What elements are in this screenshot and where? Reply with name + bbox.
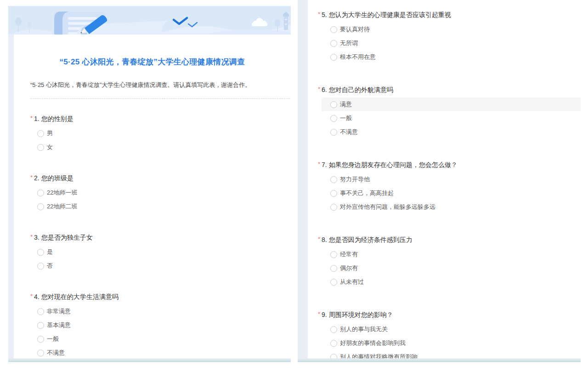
option-row[interactable]: 基本满意 bbox=[34, 318, 291, 332]
question-1: *1. 您的性别是 男 女 bbox=[14, 114, 291, 154]
question-5: *5. 您认为大学生的心理健康是否应该引起重视 要认真对待 无所谓 根本不用在意 bbox=[308, 10, 581, 64]
option-label: 别人的事与我无关 bbox=[340, 325, 388, 334]
radio-icon[interactable] bbox=[330, 279, 337, 286]
option-row[interactable]: 一般 bbox=[34, 332, 291, 346]
question-9: *9. 周围环境对您的影响？ 别人的事与我无关 好朋友的事情会影响到我 别人的事… bbox=[308, 310, 581, 362]
radio-icon[interactable] bbox=[330, 251, 337, 258]
required-asterisk: * bbox=[30, 115, 33, 121]
option-row[interactable]: 男 bbox=[34, 126, 291, 140]
radio-icon[interactable] bbox=[330, 176, 337, 183]
option-row[interactable]: 事不关己，高高挂起 bbox=[322, 186, 581, 200]
option-row[interactable]: 不满意 bbox=[34, 346, 291, 360]
option-row[interactable]: 根本不用在意 bbox=[322, 50, 581, 64]
question-label: *5. 您认为大学生的心理健康是否应该引起重视 bbox=[318, 10, 581, 20]
option-label: 男 bbox=[47, 129, 53, 138]
radio-icon[interactable] bbox=[330, 129, 337, 136]
option-label: 22地师一班 bbox=[47, 189, 77, 197]
radio-icon[interactable] bbox=[330, 265, 337, 272]
option-label: 22地师二班 bbox=[47, 202, 77, 211]
radio-icon[interactable] bbox=[330, 54, 337, 61]
radio-icon[interactable] bbox=[37, 350, 44, 356]
page-background: *5. 您认为大学生的心理健康是否应该引起重视 要认真对待 无所谓 根本不用在意 bbox=[298, 0, 581, 362]
option-row[interactable]: 22地师二班 bbox=[34, 200, 291, 213]
page-background: “5·25 心沐阳光，青春绽放”大学生心理健康情况调查 “5·25 心沐阳光，青… bbox=[8, 34, 291, 362]
option-row[interactable]: 无所谓 bbox=[322, 36, 581, 50]
question-label: *9. 周围环境对您的影响？ bbox=[318, 310, 581, 320]
radio-icon[interactable] bbox=[37, 308, 44, 315]
option-label: 好朋友的事情会影响到我 bbox=[340, 339, 406, 347]
radio-icon[interactable] bbox=[37, 144, 44, 151]
option-row[interactable]: 是 bbox=[34, 245, 291, 259]
radio-icon[interactable] bbox=[330, 190, 337, 197]
option-row[interactable]: 要认真对待 bbox=[322, 23, 581, 36]
option-label: 是 bbox=[47, 248, 53, 256]
question-label: *8. 您是否因为经济条件感到压力 bbox=[318, 235, 581, 245]
option-row[interactable]: 偶尔有 bbox=[322, 261, 581, 275]
required-asterisk: * bbox=[318, 161, 320, 167]
option-row[interactable]: 一般 bbox=[322, 111, 581, 125]
option-label: 不满意 bbox=[47, 349, 65, 357]
radio-icon[interactable] bbox=[330, 40, 337, 47]
radio-icon[interactable] bbox=[330, 326, 337, 333]
option-label: 无所谓 bbox=[340, 39, 358, 47]
survey-screenshot-scrolled: *5. 您认为大学生的心理健康是否应该引起重视 要认真对待 无所谓 根本不用在意 bbox=[298, 0, 581, 362]
radio-icon[interactable] bbox=[330, 115, 337, 122]
option-row[interactable]: 好朋友的事情会影响到我 bbox=[322, 336, 581, 350]
question-label: *2. 您的班级是 bbox=[30, 173, 291, 183]
banner-illustration bbox=[8, 6, 291, 34]
required-asterisk: * bbox=[30, 174, 33, 181]
option-row[interactable]: 女 bbox=[34, 140, 291, 154]
survey-card: “5·25 心沐阳光，青春绽放”大学生心理健康情况调查 “5·25 心沐阳光，青… bbox=[14, 34, 291, 362]
radio-icon[interactable] bbox=[330, 340, 337, 347]
option-label: 女 bbox=[47, 143, 53, 151]
question-3: *3. 您是否为独生子女 是 否 bbox=[14, 233, 291, 273]
radio-icon[interactable] bbox=[37, 190, 44, 196]
option-row[interactable]: 从未有过 bbox=[322, 275, 581, 289]
required-asterisk: * bbox=[318, 86, 320, 92]
option-row[interactable]: 不满意 bbox=[322, 125, 581, 139]
option-row[interactable]: 非常满意 bbox=[34, 305, 291, 318]
survey-screenshot-top: “5·25 心沐阳光，青春绽放”大学生心理健康情况调查 “5·25 心沐阳光，青… bbox=[8, 6, 291, 362]
option-label: 偶尔有 bbox=[340, 264, 358, 272]
option-row-highlighted[interactable]: 满意 bbox=[322, 98, 581, 111]
option-label: 一般 bbox=[340, 114, 352, 122]
option-label: 不满意 bbox=[340, 128, 358, 136]
required-asterisk: * bbox=[318, 11, 320, 17]
option-label: 要认真对待 bbox=[340, 25, 370, 34]
question-label: *6. 您对自己的外貌满意吗 bbox=[318, 85, 581, 95]
option-row[interactable]: 否 bbox=[34, 259, 291, 273]
horizontal-scrollbar[interactable] bbox=[8, 358, 291, 362]
question-label: *1. 您的性别是 bbox=[30, 114, 291, 124]
radio-icon[interactable] bbox=[330, 204, 337, 211]
radio-icon[interactable] bbox=[330, 101, 337, 108]
survey-description: “5·25 心沐阳光，青春绽放”大学生心理健康情况调查。请认真填写此表，谢谢合作… bbox=[30, 81, 282, 89]
radio-icon[interactable] bbox=[37, 336, 44, 343]
option-row[interactable]: 别人的事与我无关 bbox=[322, 322, 581, 336]
required-asterisk: * bbox=[30, 293, 33, 299]
option-label: 根本不用在意 bbox=[340, 53, 376, 61]
radio-icon[interactable] bbox=[37, 249, 44, 256]
option-label: 经常有 bbox=[340, 250, 358, 259]
option-label: 努力开导他 bbox=[340, 175, 370, 184]
option-row[interactable]: 22地师一班 bbox=[34, 186, 291, 200]
option-label: 非常满意 bbox=[47, 307, 71, 316]
radio-icon[interactable] bbox=[37, 203, 44, 210]
dashed-divider bbox=[30, 98, 290, 99]
option-label: 事不关己，高高挂起 bbox=[340, 189, 394, 197]
option-row[interactable]: 努力开导他 bbox=[322, 172, 581, 186]
radio-icon[interactable] bbox=[37, 263, 44, 270]
question-2: *2. 您的班级是 22地师一班 22地师二班 bbox=[14, 173, 291, 213]
horizontal-scrollbar[interactable] bbox=[298, 358, 581, 362]
question-4: *4. 您对现在的大学生活满意吗 非常满意 基本满意 一般 bbox=[14, 292, 291, 360]
radio-icon[interactable] bbox=[37, 130, 44, 137]
question-6: *6. 您对自己的外貌满意吗 满意 一般 不满意 bbox=[308, 85, 581, 139]
option-row[interactable]: 对外宣传他有问题，能躲多远躲多远 bbox=[322, 200, 581, 214]
option-label: 从未有过 bbox=[340, 278, 364, 286]
survey-title: “5·25 心沐阳光，青春绽放”大学生心理健康情况调查 bbox=[14, 57, 291, 67]
option-label: 对外宣传他有问题，能躲多远躲多远 bbox=[340, 203, 435, 211]
radio-icon[interactable] bbox=[330, 26, 337, 33]
option-label: 基本满意 bbox=[47, 321, 71, 329]
option-row[interactable]: 经常有 bbox=[322, 247, 581, 261]
option-label: 满意 bbox=[340, 100, 352, 109]
radio-icon[interactable] bbox=[37, 322, 44, 329]
